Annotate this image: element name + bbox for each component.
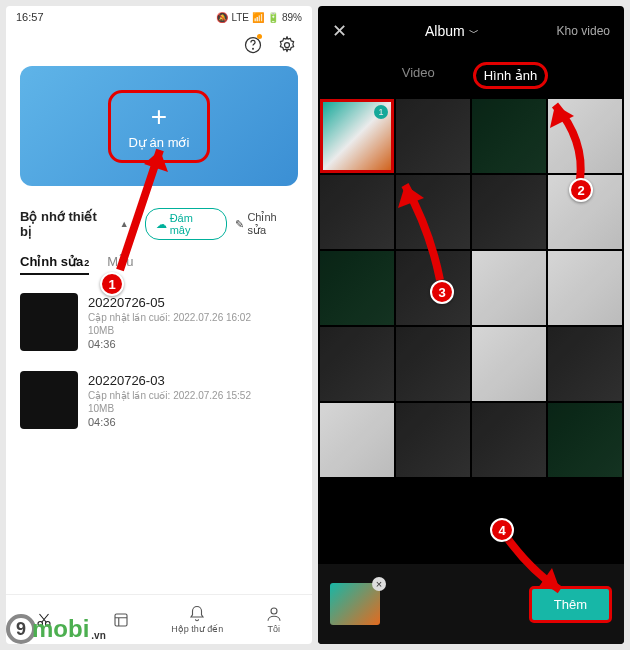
new-project-label: Dự án mới <box>129 135 190 150</box>
svg-point-2 <box>285 43 290 48</box>
status-bar: 16:57 🔕 LTE 📶 🔋 89% <box>6 6 312 28</box>
project-tabs: Chỉnh sửa2 Mẫu <box>6 246 312 275</box>
left-phone-screen: 16:57 🔕 LTE 📶 🔋 89% + Dự án mới Bộ nhớ t… <box>6 6 312 644</box>
media-thumbnail[interactable] <box>320 251 394 325</box>
project-duration: 04:36 <box>88 338 251 350</box>
dnd-icon: 🔕 <box>216 12 228 23</box>
step-badge-2: 2 <box>569 178 593 202</box>
gear-icon <box>277 35 297 55</box>
right-phone-screen: ✕ Album ﹀ Kho video Video Hình ảnh <box>318 6 624 644</box>
media-thumbnail[interactable] <box>320 327 394 401</box>
svg-point-1 <box>253 48 254 49</box>
template-icon <box>112 611 130 629</box>
tab-video[interactable]: Video <box>394 62 443 89</box>
step-badge-3: 3 <box>430 280 454 304</box>
project-thumbnail <box>20 371 78 429</box>
project-updated: Cập nhật lần cuối: 2022.07.26 15:52 <box>88 390 251 401</box>
tab-edit[interactable]: Chỉnh sửa2 <box>20 254 89 275</box>
new-project-highlight: + Dự án mới <box>108 90 211 163</box>
cloud-button[interactable]: ☁ Đám mây <box>145 208 228 240</box>
tab-edit-count: 2 <box>84 258 89 268</box>
cloud-label: Đám mây <box>170 212 217 236</box>
media-thumbnail[interactable] <box>472 251 546 325</box>
media-thumbnail[interactable] <box>320 175 394 249</box>
storage-row: Bộ nhớ thiết bị ▲ ☁ Đám mây ✎ Chỉnh sửa <box>6 202 312 246</box>
nav-me[interactable]: Tôi <box>236 595 313 644</box>
help-icon <box>243 35 263 55</box>
album-dropdown[interactable]: Album ﹀ <box>425 23 479 40</box>
new-project-card[interactable]: + Dự án mới <box>20 66 298 186</box>
media-thumbnail[interactable] <box>548 99 622 173</box>
status-icons: 🔕 LTE 📶 🔋 89% <box>216 12 302 23</box>
media-tabs: Video Hình ảnh <box>318 56 624 99</box>
project-name: 20220726-03 <box>88 373 251 388</box>
signal-icon: 📶 <box>252 12 264 23</box>
media-thumbnail[interactable] <box>472 403 546 477</box>
video-library-link[interactable]: Kho video <box>557 24 610 38</box>
media-thumbnail[interactable] <box>396 327 470 401</box>
media-thumbnail-selected[interactable] <box>320 99 394 173</box>
project-size: 10MB <box>88 403 251 414</box>
chevron-down-icon: ﹀ <box>469 27 479 38</box>
media-thumbnail[interactable] <box>396 175 470 249</box>
project-updated: Cập nhật lần cuối: 2022.07.26 16:02 <box>88 312 251 323</box>
edit-button[interactable]: ✎ Chỉnh sửa <box>235 211 298 237</box>
svg-point-6 <box>271 608 277 614</box>
top-actions <box>6 28 312 66</box>
nav-inbox-label: Hộp thư đến <box>171 624 223 634</box>
project-name: 20220726-05 <box>88 295 251 310</box>
nav-inbox[interactable]: Hộp thư đến <box>159 595 236 644</box>
lte-icon: LTE <box>231 12 249 23</box>
add-button[interactable]: Thêm <box>529 586 612 623</box>
svg-rect-5 <box>115 614 127 626</box>
battery-icon: 🔋 <box>267 12 279 23</box>
storage-title: Bộ nhớ thiết bị <box>20 209 112 239</box>
tab-image[interactable]: Hình ảnh <box>473 62 549 89</box>
step-badge-4: 4 <box>490 518 514 542</box>
status-time: 16:57 <box>16 11 44 23</box>
media-thumbnail[interactable] <box>472 327 546 401</box>
album-label: Album <box>425 23 465 39</box>
media-thumbnail[interactable] <box>472 99 546 173</box>
media-thumbnail[interactable] <box>396 99 470 173</box>
media-thumbnail[interactable] <box>472 175 546 249</box>
watermark-brand: mobi <box>32 615 89 643</box>
watermark-suffix: .vn <box>91 630 105 641</box>
project-size: 10MB <box>88 325 251 336</box>
pencil-icon: ✎ <box>235 218 244 231</box>
media-thumbnail[interactable] <box>548 403 622 477</box>
edit-label: Chỉnh sửa <box>247 211 298 237</box>
person-icon <box>265 605 283 623</box>
media-thumbnail[interactable] <box>548 327 622 401</box>
tab-edit-label: Chỉnh sửa <box>20 254 83 269</box>
list-item[interactable]: 20220726-03 Cập nhật lần cuối: 2022.07.2… <box>20 361 298 439</box>
cloud-icon: ☁ <box>156 218 167 231</box>
media-grid[interactable] <box>318 99 624 564</box>
caret-up-icon[interactable]: ▲ <box>120 219 129 229</box>
picker-header: ✕ Album ﹀ Kho video <box>318 6 624 56</box>
media-thumbnail[interactable] <box>320 403 394 477</box>
list-item[interactable]: 20220726-05 Cập nhật lần cuối: 2022.07.2… <box>20 283 298 361</box>
project-list: 20220726-05 Cập nhật lần cuối: 2022.07.2… <box>6 275 312 594</box>
step-badge-1: 1 <box>100 272 124 296</box>
watermark: 9 mobi .vn <box>6 614 106 644</box>
close-button[interactable]: ✕ <box>332 20 347 42</box>
nav-me-label: Tôi <box>267 624 280 634</box>
settings-button[interactable] <box>274 32 300 58</box>
media-thumbnail[interactable] <box>396 403 470 477</box>
bell-icon <box>188 605 206 623</box>
project-thumbnail <box>20 293 78 351</box>
battery-pct: 89% <box>282 12 302 23</box>
project-duration: 04:36 <box>88 416 251 428</box>
media-thumbnail[interactable] <box>548 251 622 325</box>
plus-icon: + <box>151 103 167 131</box>
selected-thumbnail[interactable] <box>330 583 380 625</box>
selection-bar: Thêm <box>318 564 624 644</box>
help-button[interactable] <box>240 32 266 58</box>
